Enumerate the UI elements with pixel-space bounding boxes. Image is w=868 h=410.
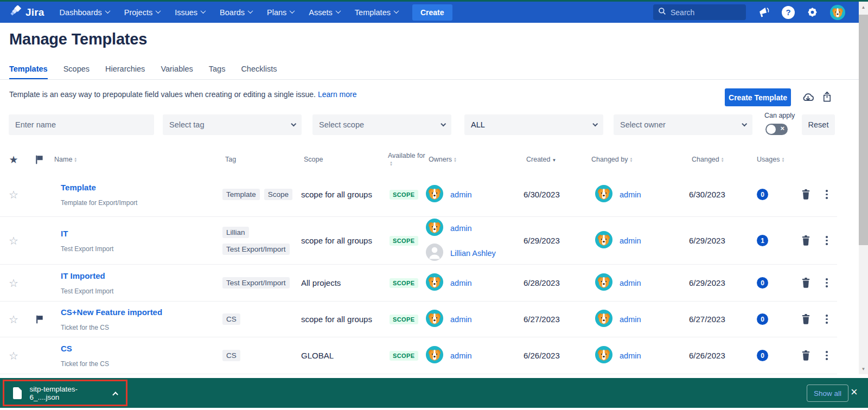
nav-item-assets[interactable]: Assets <box>309 8 340 17</box>
tab-checklists[interactable]: Checklists <box>241 65 277 80</box>
jira-logo[interactable]: Jira <box>10 5 44 20</box>
column-header-owners[interactable]: Owners▲▼ <box>426 156 524 163</box>
table-body: ☆TemplateTemplate for Export/ImportTempl… <box>0 172 837 374</box>
star-icon[interactable]: ☆ <box>0 277 27 290</box>
header-star-icon[interactable]: ★ <box>0 153 27 166</box>
template-description: Test Export Import <box>61 287 222 295</box>
column-header-usages[interactable]: Usages▲▼ <box>754 156 792 163</box>
name-filter[interactable] <box>9 114 154 135</box>
changed-by-link[interactable]: admin <box>620 190 641 199</box>
search-box[interactable] <box>653 4 746 20</box>
column-header-changed-by[interactable]: Changed by▲▼ <box>589 156 689 163</box>
changed-date: 6/29/2023 <box>689 236 754 245</box>
tab-hierarchies[interactable]: Hierarchies <box>105 65 145 80</box>
changed-by-link[interactable]: admin <box>620 315 641 324</box>
search-input[interactable] <box>671 8 736 17</box>
owners-cell: admin <box>426 185 524 204</box>
column-header-available-for[interactable]: Available for▲▼ <box>385 152 426 167</box>
import-cloud-icon[interactable] <box>801 91 815 106</box>
template-name-link[interactable]: CS <box>61 344 222 353</box>
owner-link[interactable]: admin <box>450 351 472 360</box>
tab-scopes[interactable]: Scopes <box>63 65 90 80</box>
user-avatar[interactable] <box>830 5 845 20</box>
header-flag-icon[interactable] <box>27 155 52 164</box>
flag-icon[interactable] <box>27 315 52 324</box>
changed-by-link[interactable]: admin <box>620 351 641 360</box>
help-icon[interactable]: ? <box>782 6 795 19</box>
kebab-menu-icon[interactable] <box>825 235 829 246</box>
name-filter-input[interactable] <box>15 120 148 129</box>
owner-link[interactable]: admin <box>450 190 472 199</box>
table-row: ☆CSTicket for the CSCSGLOBALSCOPE admin6… <box>0 337 837 374</box>
show-all-downloads-button[interactable]: Show all <box>807 385 848 402</box>
star-icon[interactable]: ☆ <box>0 234 27 247</box>
owner-link[interactable]: admin <box>450 279 472 287</box>
scrollbar-thumb[interactable] <box>859 15 868 245</box>
nav-item-plans[interactable]: Plans <box>267 8 294 17</box>
tab-bar: TemplatesScopesHierarchiesVariablesTagsC… <box>9 65 277 80</box>
tab-variables[interactable]: Variables <box>161 65 193 80</box>
vertical-scrollbar[interactable]: ▲ ▼ <box>859 2 868 374</box>
type-filter-select[interactable]: ALL <box>464 114 603 135</box>
nav-item-dashboards[interactable]: Dashboards <box>60 8 110 17</box>
jira-logo-text: Jira <box>25 7 44 18</box>
owner-filter-value: Select owner <box>620 120 666 129</box>
downloaded-file-chip[interactable]: sitp-templates-6_....json <box>3 380 127 406</box>
owner: Lillian Ashley <box>426 244 524 263</box>
star-icon[interactable]: ☆ <box>0 188 27 201</box>
chevron-up-icon[interactable] <box>112 392 118 398</box>
nav-item-projects[interactable]: Projects <box>124 8 160 17</box>
column-header-changed[interactable]: Changed▲▼ <box>689 156 754 163</box>
changed-by-cell: admin <box>589 346 689 366</box>
dog-avatar-icon <box>595 273 612 293</box>
kebab-menu-icon[interactable] <box>825 350 829 361</box>
scope-badge: SCOPE <box>390 351 418 361</box>
template-name-link[interactable]: IT Imported <box>61 271 222 280</box>
column-header-name[interactable]: Name▲▼ <box>52 156 222 163</box>
create-button[interactable]: Create <box>412 4 452 21</box>
changed-by-link[interactable]: admin <box>620 279 641 287</box>
delete-trash-icon[interactable] <box>801 277 811 289</box>
create-template-button[interactable]: Create Template <box>725 88 791 106</box>
tab-tags[interactable]: Tags <box>209 65 226 80</box>
dog-avatar-icon <box>426 185 443 204</box>
template-name-link[interactable]: Template <box>61 183 222 192</box>
tab-templates[interactable]: Templates <box>9 65 48 80</box>
template-name-link[interactable]: CS+New Feature imported <box>61 308 222 317</box>
changed-by-link[interactable]: admin <box>620 236 641 245</box>
announcements-icon[interactable] <box>757 6 770 19</box>
scope-cell: scope for all groups <box>301 315 385 324</box>
scope-filter-select[interactable]: Select scope <box>312 114 451 135</box>
close-download-bar-icon[interactable]: × <box>851 384 858 400</box>
chevron-down-icon <box>592 121 598 126</box>
nav-item-templates[interactable]: Templates <box>355 8 398 17</box>
owner-link[interactable]: admin <box>450 224 472 233</box>
tag-chip: Template <box>222 189 260 200</box>
delete-trash-icon[interactable] <box>801 350 811 361</box>
nav-item-boards[interactable]: Boards <box>220 8 252 17</box>
scrollbar-up-arrow[interactable]: ▲ <box>859 3 868 11</box>
owner-link[interactable]: admin <box>450 315 472 324</box>
sort-icon: ▲▼ <box>721 157 724 163</box>
scrollbar-down-arrow[interactable]: ▼ <box>859 364 868 373</box>
tag-filter-select[interactable]: Select tag <box>163 114 302 135</box>
kebab-menu-icon[interactable] <box>825 277 829 289</box>
kebab-menu-icon[interactable] <box>825 189 829 200</box>
star-icon[interactable]: ☆ <box>0 313 27 326</box>
owner-link[interactable]: Lillian Ashley <box>450 249 496 258</box>
learn-more-link[interactable]: Learn more <box>318 90 357 99</box>
star-icon[interactable]: ☆ <box>0 349 27 362</box>
delete-trash-icon[interactable] <box>801 235 811 246</box>
kebab-menu-icon[interactable] <box>825 313 829 325</box>
column-header-created[interactable]: Created▼ <box>524 156 589 163</box>
delete-trash-icon[interactable] <box>801 189 811 200</box>
delete-trash-icon[interactable] <box>801 313 811 325</box>
settings-gear-icon[interactable] <box>806 6 819 18</box>
reset-button[interactable]: Reset <box>802 114 835 135</box>
template-name-link[interactable]: IT <box>61 229 222 238</box>
can-apply-toggle[interactable]: × <box>765 124 788 135</box>
tag-filter-value: Select tag <box>169 120 205 129</box>
nav-item-issues[interactable]: Issues <box>175 8 205 17</box>
export-share-icon[interactable] <box>821 91 833 105</box>
owner-filter-select[interactable]: Select owner <box>614 114 752 135</box>
